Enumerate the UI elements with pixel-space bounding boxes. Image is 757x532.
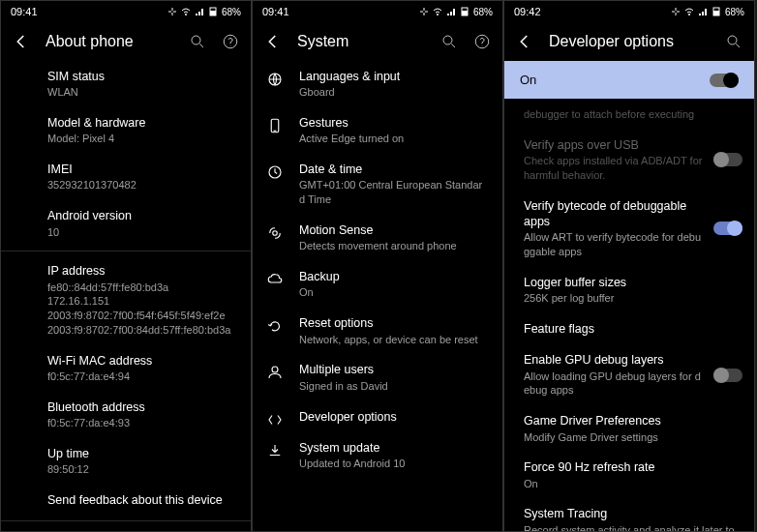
settings-item[interactable]: Logger buffer sizes256K per log buffer bbox=[504, 267, 754, 313]
cloud-icon bbox=[266, 271, 284, 288]
master-switch-toggle[interactable] bbox=[710, 74, 739, 87]
settings-item[interactable]: SIM statusWLAN bbox=[1, 61, 251, 107]
search-icon[interactable] bbox=[440, 33, 458, 50]
settings-item[interactable]: Android version10 bbox=[1, 200, 251, 247]
header: Developer options bbox=[504, 22, 754, 61]
help-icon[interactable] bbox=[473, 33, 491, 50]
settings-item[interactable]: Verify bytecode of debuggable appsAllow … bbox=[504, 191, 754, 267]
status-bar: 09:41 68% bbox=[1, 1, 251, 22]
settings-item[interactable]: Verify apps over USBCheck apps installed… bbox=[504, 130, 754, 191]
item-label: Android version bbox=[47, 208, 235, 223]
status-right: 68% bbox=[419, 7, 493, 17]
page-title: Developer options bbox=[549, 33, 710, 50]
wifi-icon bbox=[181, 7, 191, 16]
settings-item[interactable]: Build numberQD1A.190821.011.C4 bbox=[1, 525, 251, 531]
wifi-icon bbox=[433, 7, 442, 16]
item-subtitle: Allow loading GPU debug layers for debug… bbox=[524, 369, 706, 399]
settings-item[interactable]: IMEI352932101370482 bbox=[1, 154, 251, 200]
item-subtitle: 352932101370482 bbox=[47, 178, 235, 192]
item-subtitle: f0:5c:77:da:e4:94 bbox=[47, 369, 235, 384]
settings-item[interactable]: GesturesActive Edge turned on bbox=[253, 107, 502, 154]
item-label: SIM status bbox=[47, 69, 235, 84]
svg-point-0 bbox=[185, 14, 187, 15]
item-subtitle: Signed in as David bbox=[299, 379, 487, 394]
settings-item[interactable]: Date & timeGMT+01:00 Central European St… bbox=[253, 154, 502, 215]
item-subtitle: Updated to Android 10 bbox=[299, 457, 487, 471]
settings-item[interactable]: Model & hardwareModel: Pixel 4 bbox=[1, 107, 251, 154]
item-label: Model & hardware bbox=[47, 115, 235, 131]
toggle-switch[interactable] bbox=[713, 153, 742, 166]
item-subtitle: 256K per log buffer bbox=[524, 291, 739, 306]
screen-about-phone: 09:41 68% About phone SIM statusWLANMode… bbox=[0, 0, 252, 532]
item-label: Up time bbox=[47, 446, 235, 461]
motion-icon bbox=[266, 224, 284, 242]
settings-item[interactable]: Bluetooth addressf0:5c:77:da:e4:93 bbox=[1, 392, 251, 438]
toggle-switch[interactable] bbox=[713, 222, 742, 235]
settings-item[interactable]: System updateUpdated to Android 10 bbox=[253, 432, 502, 479]
item-subtitle: 10 bbox=[47, 225, 235, 240]
back-icon[interactable] bbox=[13, 33, 30, 50]
search-icon[interactable] bbox=[725, 33, 742, 50]
item-label: Motion Sense bbox=[299, 222, 487, 238]
battery-percent: 68% bbox=[222, 7, 241, 17]
item-label: Send feedback about this device bbox=[47, 492, 235, 508]
settings-item[interactable]: Reset optionsNetwork, apps, or device ca… bbox=[253, 308, 502, 354]
item-subtitle: f0:5c:77:da:e4:93 bbox=[47, 416, 235, 430]
settings-item[interactable]: Up time89:50:12 bbox=[1, 438, 251, 485]
wifi-icon bbox=[684, 7, 694, 16]
dev-icon bbox=[266, 411, 284, 429]
back-icon[interactable] bbox=[264, 33, 282, 50]
content[interactable]: SIM statusWLANModel & hardwareModel: Pix… bbox=[1, 61, 251, 531]
item-subtitle: Active Edge turned on bbox=[299, 132, 487, 146]
settings-item[interactable]: Game Driver PreferencesModify Game Drive… bbox=[504, 405, 754, 452]
item-label: Date & time bbox=[299, 162, 487, 177]
item-label: Bluetooth address bbox=[47, 399, 235, 415]
phone-icon bbox=[266, 117, 284, 134]
settings-item[interactable]: Force 90 Hz refresh rateOn bbox=[504, 452, 754, 498]
settings-item[interactable]: BackupOn bbox=[253, 261, 502, 308]
svg-rect-7 bbox=[462, 11, 468, 15]
item-label: Game Driver Preferences bbox=[524, 413, 739, 429]
master-switch-label: On bbox=[520, 73, 536, 87]
back-icon[interactable] bbox=[516, 33, 533, 50]
settings-item[interactable]: debugger to attach before executing bbox=[504, 99, 754, 130]
settings-item[interactable]: IP addressfe80::84dd:57ff:fe80:bd3a172.1… bbox=[1, 255, 251, 345]
settings-item[interactable]: Send feedback about this device bbox=[1, 485, 251, 516]
settings-item[interactable]: Developer options bbox=[253, 401, 502, 432]
divider bbox=[1, 251, 251, 251]
sync-icon bbox=[671, 7, 681, 16]
item-label: Logger buffer sizes bbox=[524, 275, 739, 290]
settings-item[interactable]: Wi-Fi MAC addressf0:5c:77:da:e4:94 bbox=[1, 345, 251, 392]
settings-item[interactable]: System TracingRecord system activity and… bbox=[504, 498, 754, 531]
item-label: Backup bbox=[299, 269, 487, 284]
battery-percent: 68% bbox=[725, 7, 744, 17]
svg-point-18 bbox=[728, 36, 737, 44]
svg-point-14 bbox=[272, 367, 278, 372]
update-icon bbox=[266, 442, 284, 459]
help-icon[interactable] bbox=[222, 33, 239, 50]
signal-icon bbox=[195, 7, 204, 16]
status-right: 68% bbox=[167, 7, 241, 17]
content[interactable]: debugger to attach before executingVerif… bbox=[504, 99, 754, 531]
settings-item[interactable]: Enable GPU debug layersAllow loading GPU… bbox=[504, 344, 754, 405]
settings-item[interactable]: Motion SenseDetects movement around phon… bbox=[253, 215, 502, 261]
screen-developer-options: 09:42 68% Developer options On debugger … bbox=[503, 0, 755, 532]
search-icon[interactable] bbox=[189, 33, 206, 50]
toggle-switch[interactable] bbox=[713, 369, 742, 382]
battery-icon bbox=[460, 7, 469, 16]
item-label: Verify apps over USB bbox=[524, 137, 706, 153]
settings-item[interactable]: Multiple usersSigned in as David bbox=[253, 354, 502, 400]
settings-item[interactable]: Languages & inputGboard bbox=[253, 61, 502, 107]
status-right: 68% bbox=[671, 7, 744, 17]
settings-item[interactable]: Feature flags bbox=[504, 313, 754, 344]
item-label: Verify bytecode of debuggable apps bbox=[524, 198, 706, 230]
content[interactable]: Languages & inputGboardGesturesActive Ed… bbox=[253, 61, 502, 531]
item-label: Wi-Fi MAC address bbox=[47, 353, 235, 369]
master-switch-banner[interactable]: On bbox=[504, 61, 754, 99]
status-time: 09:42 bbox=[514, 6, 541, 17]
signal-icon bbox=[446, 7, 456, 16]
item-label: System Tracing bbox=[524, 506, 739, 521]
item-label: Feature flags bbox=[524, 321, 739, 337]
sync-icon bbox=[419, 7, 429, 16]
clock-icon bbox=[266, 163, 284, 181]
